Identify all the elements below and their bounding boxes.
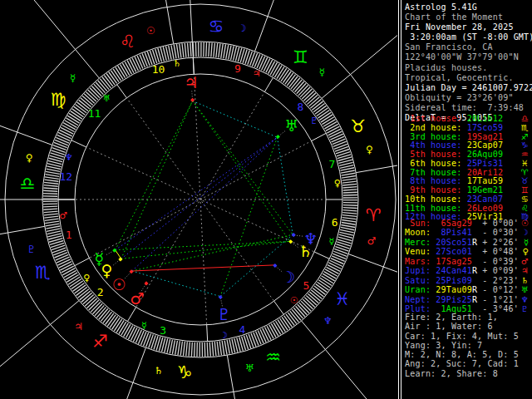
house-label: 5th house:: [405, 150, 467, 159]
element-statistics-block: Fire: 2, Earth: 1,Air : 1, Water: 6Car: …: [405, 313, 532, 378]
sign-ruler-icon: ☿: [319, 66, 325, 78]
astrolog-window: ♎♀♏♇♐♃♑♄♒♅♓♆♈♂♉♀♊☿♋☽♌☉♍☿1♂2♀3☿4☽5☉6☿7♀8♇…: [0, 0, 532, 399]
house-cusp-table: 1st house: 20Lib12♎ 2nd house: 17Sco59♏ …: [405, 114, 532, 221]
house-number: 8: [297, 101, 303, 113]
house-ruler-icon: ♄: [173, 58, 181, 69]
stat-line: Yang: 3, Yin: 7: [405, 341, 532, 350]
aspect-line-trine: [121, 101, 193, 259]
planet-position-value: 29Pis25: [436, 295, 472, 304]
planet-position-value: 17Sag25: [436, 257, 472, 266]
house-ruler-icon: ☿: [141, 320, 147, 331]
zodiac-sign-icon: ♍: [51, 90, 66, 110]
house-number: 3: [160, 324, 166, 337]
planet-degree-dot: [288, 239, 293, 244]
house-cusp-value: 20Ari12: [467, 168, 504, 177]
planet-icon: ♆: [521, 295, 529, 304]
stat-line: Ang: 2, Suc: 7, Cad: 1: [405, 359, 532, 368]
chart-info-panel: Astrolog 5.41GChart of the MomentFri Nov…: [405, 0, 532, 399]
house-row: 11th house: 26Leo09♌: [405, 204, 532, 213]
house-ruler-icon: ♀: [334, 178, 341, 189]
planet-position-value: 27Sco01: [436, 247, 472, 256]
house-cusp-value: 19Gem21: [467, 185, 504, 195]
house-row: 1st house: 20Lib12♎: [405, 114, 532, 123]
sign-ruler-icon: ☿: [70, 72, 76, 84]
planet-label: Nept:: [405, 295, 436, 304]
house-cusp-value: 23Cap07: [467, 140, 504, 150]
planet-label: Moon:: [405, 228, 436, 237]
aspect-line-trine: [121, 241, 290, 259]
planet-pointer-line: [294, 235, 303, 236]
planet-degree-dot: [190, 98, 195, 102]
house-ring-divider: [314, 252, 329, 259]
house-ring-divider: [117, 85, 127, 98]
zodiac-sign-icon: ♐: [92, 332, 108, 352]
house-ring-divider: [75, 258, 90, 265]
house-ring-divider: [71, 140, 86, 147]
house-number: 7: [328, 158, 335, 170]
planet-degree-dot: [144, 281, 148, 285]
app-title: Astrolog 5.41G: [405, 2, 532, 12]
zodiac-sign-icon: ♑: [177, 362, 193, 382]
zodiac-sign-icon: ♒: [521, 150, 529, 159]
planet-icon: ☉: [112, 275, 126, 293]
house-ring-divider: [127, 308, 135, 322]
house-label: 7th house:: [405, 168, 467, 177]
zodiac-sign-icon: ♓: [521, 159, 529, 168]
sign-boundary-line: [0, 226, 45, 260]
stat-line: Air : 1, Water: 6: [405, 322, 532, 331]
house-ruler-icon: ♇: [310, 116, 318, 126]
house-cusp-value: 20Lib12: [467, 114, 504, 123]
house-row: 7th house: 20Ari12♈: [405, 168, 532, 177]
house-number: 4: [239, 323, 246, 336]
house-label: 1st house:: [405, 114, 467, 123]
planet-latitude-value: + 0°09': [477, 266, 519, 275]
planet-latitude-value: - 0°30': [477, 228, 519, 237]
planet-icon: ♄: [521, 276, 529, 285]
aspect-line-square: [132, 265, 274, 271]
house-ruler-icon: ♂: [59, 210, 67, 221]
zodiac-sign-icon: ♈: [366, 205, 382, 225]
header-line: Placidus houses.: [405, 63, 532, 73]
planet-row: Sun: 6Sag29 + 0°00'☉: [405, 219, 532, 228]
house-label: 10th house:: [405, 195, 467, 204]
zodiac-sign-icon: ♊: [293, 47, 308, 67]
planet-label: Uran:: [405, 285, 436, 294]
planet-icon: ♀: [522, 247, 529, 256]
header-line: Sidereal time: 7:39:48: [405, 103, 532, 113]
planet-row: Nept: 29Pis25R - 1°21'♆: [405, 295, 532, 304]
sign-ruler-icon: ☉: [146, 25, 155, 37]
house-ruler-icon: ♆: [65, 152, 73, 163]
planet-icon: ♂: [521, 257, 529, 266]
aspect-line-opposition: [116, 137, 278, 249]
house-label: 3rd house:: [405, 132, 467, 141]
aspect-line-opposition: [121, 137, 278, 259]
aspect-line-trine: [116, 101, 193, 249]
house-ruler-icon: ☽: [219, 330, 228, 341]
house-row: 6th house: 25Pis31♓: [405, 159, 532, 168]
house-number: 11: [88, 107, 101, 120]
planet-latitude-value: - 1°21': [477, 295, 519, 304]
house-row: 10th house: 23Can07♋: [405, 195, 532, 204]
stat-line: Fire: 2, Earth: 1,: [405, 313, 532, 322]
sign-ruler-icon: ♀: [366, 144, 373, 155]
sign-ruler-icon: ☽: [238, 22, 247, 34]
sign-boundary-line: [356, 139, 402, 173]
planet-position-value: 25Pis09: [436, 276, 472, 285]
planet-icon: ♀: [101, 261, 112, 279]
sign-boundary-line: [0, 301, 79, 399]
house-label: 8th house:: [405, 176, 467, 185]
planet-position-value: 6Sag29: [436, 219, 472, 228]
zodiac-sign-icon: ♏: [521, 123, 529, 132]
header-line: Tropical, Geocentric.: [405, 73, 532, 83]
zodiac-sign-icon: ♏: [35, 263, 51, 283]
house-ruler-icon: ☿: [329, 236, 335, 247]
zodiac-sign-icon: ♐: [521, 132, 529, 141]
aspect-line-opposition: [132, 137, 278, 271]
planet-icon: ♅: [284, 116, 298, 135]
house-ring-divider: [207, 325, 208, 342]
planet-icon: ♃: [184, 73, 198, 91]
sign-ruler-icon: ♅: [245, 362, 254, 374]
planet-pointer-line: [106, 251, 114, 255]
planet-position-table: Sun: 6Sag29 + 0°00'☉Moon: 8Pis41 - 0°30'…: [405, 219, 532, 313]
planet-latitude-value: - 0°39': [477, 257, 519, 266]
